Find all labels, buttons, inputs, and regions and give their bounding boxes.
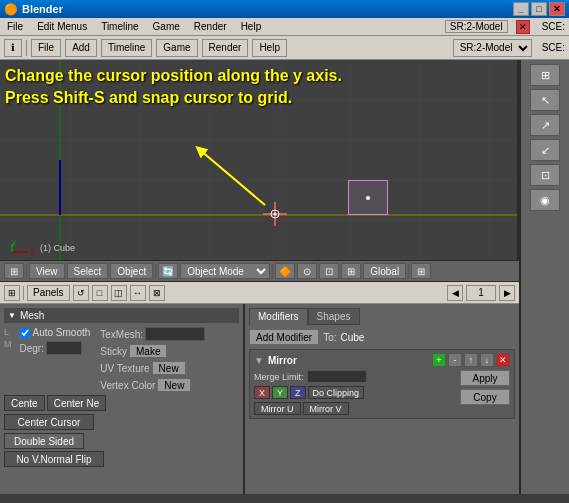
toolbar-file-btn[interactable]: File	[31, 39, 61, 57]
mod-enable-btn[interactable]: +	[432, 353, 446, 367]
panels-prev-icon[interactable]: ◀	[447, 285, 463, 301]
add-modifier-button[interactable]: Add Modifier	[249, 329, 319, 345]
mod-up-btn[interactable]: ↑	[464, 353, 478, 367]
mesh-top-row: L M Auto Smooth Degr: 30	[4, 327, 239, 392]
do-clipping-btn[interactable]: Do Clipping	[308, 386, 365, 399]
mirror-u-btn[interactable]: Mirror U	[254, 402, 301, 415]
panels-icon2[interactable]: ◫	[111, 285, 127, 301]
modifiers-panel: Modifiers Shapes Add Modifier To: Cube ▼…	[245, 304, 519, 494]
left-mesh-col: Auto Smooth Degr: 30	[20, 327, 91, 355]
uv-texture-label: UV Texture	[100, 363, 149, 374]
menu-timeline[interactable]: Timeline	[98, 21, 141, 32]
make-button[interactable]: Make	[129, 344, 167, 358]
render-type-icon[interactable]: ⊞	[411, 263, 431, 279]
merge-limit-row: Merge Limit: 0.0010	[254, 370, 454, 383]
object-mode-select[interactable]: Object Mode	[180, 263, 270, 279]
title-bar: 🟠 Blender _ □ ✕	[0, 0, 569, 18]
panels-icon1[interactable]: □	[92, 285, 108, 301]
select-button[interactable]: Select	[67, 263, 109, 279]
maximize-button[interactable]: □	[531, 2, 547, 16]
menu-edit[interactable]: Edit Menus	[34, 21, 90, 32]
global-button[interactable]: Global	[363, 263, 406, 279]
degr-input[interactable]: 30	[46, 341, 82, 355]
view-button[interactable]: View	[29, 263, 65, 279]
shapes-tab[interactable]: Shapes	[308, 308, 360, 325]
object-button[interactable]: Object	[110, 263, 153, 279]
p-divider	[23, 286, 24, 300]
z-axis-btn[interactable]: Z	[290, 386, 306, 399]
auto-smooth-check[interactable]	[20, 328, 30, 338]
mirror-v-btn[interactable]: Mirror V	[303, 402, 349, 415]
center-cursor-button[interactable]: Center Cursor	[4, 414, 94, 430]
tb-divider4	[408, 264, 409, 278]
toolbar-timeline-btn[interactable]: Timeline	[101, 39, 152, 57]
transform-icon[interactable]: ⊞	[341, 263, 361, 279]
snap-icon[interactable]: ⊙	[297, 263, 317, 279]
material-icon[interactable]: 🔶	[275, 263, 295, 279]
modifiers-tab[interactable]: Modifiers	[249, 308, 308, 325]
right-sidebar: ⊞ ↖ ↗ ↙ ⊡ ◉	[519, 60, 569, 494]
proportional-icon[interactable]: ⊡	[319, 263, 339, 279]
texmesh-input[interactable]	[145, 327, 205, 341]
view-grid-icon[interactable]: ⊞	[4, 263, 24, 279]
vcolor-new-button[interactable]: New	[157, 378, 191, 392]
panels-icon4[interactable]: ⊠	[149, 285, 165, 301]
menu-game[interactable]: Game	[150, 21, 183, 32]
tooltip-line2: Press Shift-S and snap cursor to grid.	[5, 87, 342, 109]
minimize-button[interactable]: _	[513, 2, 529, 16]
toolbar-render-btn[interactable]: Render	[202, 39, 249, 57]
apply-button[interactable]: Apply	[460, 370, 510, 386]
scene-close-btn[interactable]: ✕	[516, 20, 530, 34]
uv-new-button[interactable]: New	[152, 361, 186, 375]
y-axis-btn[interactable]: Y	[272, 386, 288, 399]
mod-render-btn[interactable]: -	[448, 353, 462, 367]
menu-render[interactable]: Render	[191, 21, 230, 32]
panels-next-icon[interactable]: ▶	[499, 285, 515, 301]
panels-refresh-icon[interactable]: ↺	[73, 285, 89, 301]
close-button[interactable]: ✕	[549, 2, 565, 16]
panels-grid-icon[interactable]: ⊞	[4, 285, 20, 301]
vertex-color-label: Vertex Color	[100, 380, 155, 391]
main-toolbar: ℹ File Add Timeline Game Render Help SR:…	[0, 36, 569, 60]
centern-button[interactable]: Center Ne	[47, 395, 107, 411]
sidebar-btn5[interactable]: ◉	[530, 189, 560, 211]
toolbar-game-btn[interactable]: Game	[156, 39, 197, 57]
main-layout: Change the cursor position along the y a…	[0, 60, 569, 494]
viewport[interactable]: Change the cursor position along the y a…	[0, 60, 519, 260]
uv-texture-row: UV Texture New	[100, 361, 205, 375]
scene-dropdown[interactable]: SR:2-Model	[453, 39, 532, 57]
scene-select[interactable]: SR:2-Model	[445, 20, 508, 33]
title-bar-controls[interactable]: _ □ ✕	[513, 2, 565, 16]
object-name-label: (1) Cube	[40, 243, 75, 253]
mirror-collapse-icon[interactable]: ▼	[254, 355, 264, 366]
sidebar-btn4[interactable]: ⊡	[530, 164, 560, 186]
center-button[interactable]: Cente	[4, 395, 45, 411]
sidebar-btn1[interactable]: ↖	[530, 89, 560, 111]
svg-text:x: x	[30, 248, 34, 256]
panels-button[interactable]: Panels	[27, 285, 70, 301]
merge-limit-input[interactable]: 0.0010	[307, 370, 367, 383]
sidebar-btn2[interactable]: ↗	[530, 114, 560, 136]
menu-help[interactable]: Help	[238, 21, 265, 32]
x-axis-btn[interactable]: X	[254, 386, 270, 399]
double-sided-button[interactable]: Double Sided	[4, 433, 84, 449]
toolbar-help-btn[interactable]: Help	[252, 39, 287, 57]
menu-file[interactable]: File	[4, 21, 26, 32]
sidebar-grid-btn[interactable]: ⊞	[530, 64, 560, 86]
auto-smooth-checkbox[interactable]: Auto Smooth	[20, 327, 91, 338]
sidebar-btn3[interactable]: ↙	[530, 139, 560, 161]
info-icon[interactable]: ℹ	[4, 39, 22, 57]
tooltip-line1: Change the cursor position along the y a…	[5, 65, 342, 87]
copy-button[interactable]: Copy	[460, 389, 510, 405]
no-vnormal-button[interactable]: No V.Normal Flip	[4, 451, 104, 467]
l-label: L	[4, 327, 12, 337]
viewport-row: Change the cursor position along the y a…	[0, 60, 519, 260]
mod-delete-btn[interactable]: ✕	[496, 353, 510, 367]
mod-down-btn[interactable]: ↓	[480, 353, 494, 367]
toolbar-add-btn[interactable]: Add	[65, 39, 97, 57]
tb-divider	[26, 264, 27, 278]
selected-object	[348, 180, 388, 215]
left-main: Change the cursor position along the y a…	[0, 60, 519, 494]
mesh-collapse-icon[interactable]: ▼	[8, 311, 16, 320]
panels-icon3[interactable]: ↔	[130, 285, 146, 301]
